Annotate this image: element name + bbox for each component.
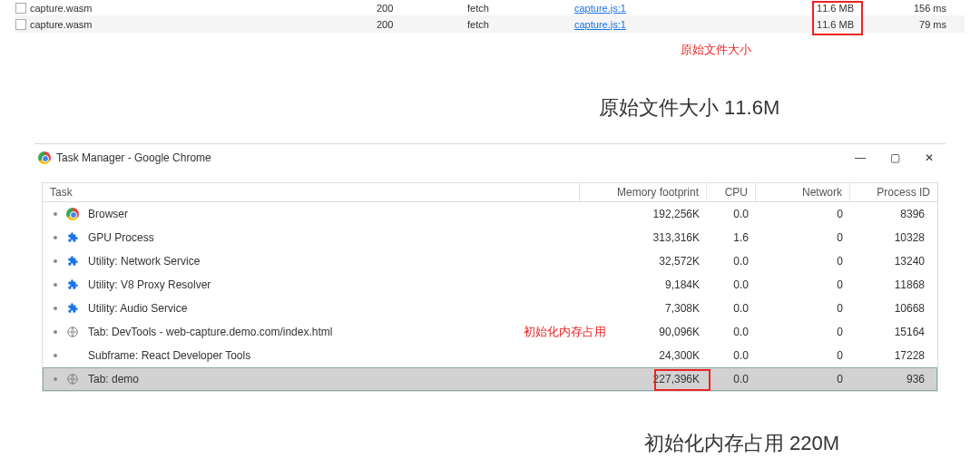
memory-cell: 24,300K bbox=[580, 349, 707, 362]
table-body: Browser192,256K0.008396GPU Process313,31… bbox=[42, 202, 938, 392]
caption-file-size: 原始文件大小 11.6M bbox=[599, 94, 980, 122]
task-name: Utility: Audio Service bbox=[88, 302, 187, 315]
table-row[interactable]: Utility: Network Service32,572K0.0013240 bbox=[43, 249, 937, 273]
window-title: Task Manager - Google Chrome bbox=[56, 151, 853, 164]
network-cell: 0 bbox=[756, 208, 850, 220]
column-process-id[interactable]: Process ID bbox=[850, 183, 937, 201]
network-type: fetch bbox=[467, 19, 574, 30]
network-row[interactable]: capture.wasm 200 fetch capture.js:1 11.6… bbox=[15, 16, 965, 33]
column-network[interactable]: Network bbox=[756, 183, 850, 201]
chrome-icon bbox=[66, 208, 79, 220]
network-cell: 0 bbox=[756, 231, 850, 244]
annotation-init-memory: 初始化内存占用 bbox=[524, 324, 606, 340]
initiator-link[interactable]: capture.js:1 bbox=[574, 19, 626, 30]
network-status: 200 bbox=[377, 3, 467, 14]
close-button[interactable]: ✕ bbox=[922, 151, 936, 164]
pid-cell: 10328 bbox=[850, 231, 937, 244]
network-cell: 0 bbox=[756, 302, 850, 315]
network-name-cell: capture.wasm bbox=[15, 3, 377, 14]
network-cell: 0 bbox=[756, 326, 850, 338]
task-cell: Tab: demo bbox=[43, 373, 580, 385]
cpu-cell: 0.0 bbox=[707, 302, 756, 315]
task-name: Utility: V8 Proxy Resolver bbox=[88, 278, 211, 291]
task-cell: Utility: Audio Service bbox=[43, 302, 580, 315]
table-row[interactable]: Tab: demo227,396K0.00936 bbox=[43, 367, 937, 391]
table-row[interactable]: Utility: V8 Proxy Resolver9,184K0.001186… bbox=[43, 273, 937, 297]
column-memory[interactable]: Memory footprint bbox=[580, 183, 707, 201]
network-type: fetch bbox=[467, 3, 574, 14]
chrome-icon bbox=[38, 151, 51, 164]
table-row[interactable]: Utility: Audio Service7,308K0.0010668 bbox=[43, 297, 937, 320]
memory-cell: 32,572K bbox=[580, 255, 707, 268]
task-name: Browser bbox=[88, 208, 128, 220]
highlight-box-icon bbox=[654, 369, 710, 391]
bullet-icon bbox=[54, 330, 57, 334]
table-header[interactable]: Task Memory footprint CPU Network Proces… bbox=[42, 182, 938, 202]
task-cell: Browser bbox=[43, 208, 580, 220]
puzzle-icon bbox=[66, 231, 79, 244]
table-row[interactable]: Subframe: React Developer Tools24,300K0.… bbox=[43, 344, 937, 367]
cpu-cell: 0.0 bbox=[707, 326, 756, 338]
memory-cell: 313,316K bbox=[580, 231, 707, 244]
memory-cell: 227,396K bbox=[580, 373, 707, 385]
network-size: 11.6 MB bbox=[796, 19, 861, 30]
pid-cell: 8396 bbox=[850, 208, 937, 220]
cpu-cell: 0.0 bbox=[707, 278, 756, 291]
minimize-button[interactable]: — bbox=[853, 151, 867, 164]
pid-cell: 15164 bbox=[850, 326, 937, 338]
window-titlebar[interactable]: Task Manager - Google Chrome — ▢ ✕ bbox=[34, 144, 946, 171]
none-icon bbox=[66, 349, 79, 362]
table-row[interactable]: Tab: DevTools - web-capture.demo.com/ind… bbox=[43, 320, 937, 344]
column-cpu[interactable]: CPU bbox=[707, 183, 756, 201]
memory-cell: 9,184K bbox=[580, 278, 707, 291]
network-cell: 0 bbox=[756, 373, 850, 385]
puzzle-icon bbox=[66, 302, 79, 315]
task-name: Subframe: React Developer Tools bbox=[88, 349, 250, 362]
task-cell: Subframe: React Developer Tools bbox=[43, 349, 580, 362]
network-initiator: capture.js:1 bbox=[574, 19, 796, 30]
checkbox-icon[interactable] bbox=[15, 3, 26, 14]
bullet-icon bbox=[54, 307, 57, 310]
task-cell: Utility: Network Service bbox=[43, 255, 580, 268]
network-cell: 0 bbox=[756, 349, 850, 362]
bullet-icon bbox=[54, 377, 57, 381]
maximize-button[interactable]: ▢ bbox=[887, 151, 902, 164]
table-row[interactable]: Browser192,256K0.008396 bbox=[43, 202, 937, 226]
bullet-icon bbox=[54, 236, 57, 239]
checkbox-icon[interactable] bbox=[15, 19, 26, 30]
network-status: 200 bbox=[377, 19, 467, 30]
task-name: GPU Process bbox=[88, 231, 154, 244]
pid-cell: 936 bbox=[850, 373, 937, 385]
table-row[interactable]: GPU Process313,316K1.6010328 bbox=[43, 226, 937, 249]
annotation-file-size: 原始文件大小 bbox=[681, 42, 980, 58]
globe-icon bbox=[66, 373, 79, 385]
network-file-name: capture.wasm bbox=[30, 19, 92, 30]
task-cell: GPU Process bbox=[43, 231, 580, 244]
network-size: 11.6 MB bbox=[796, 3, 861, 14]
puzzle-icon bbox=[66, 278, 79, 291]
globe-icon bbox=[66, 326, 79, 338]
task-manager-window: Task Manager - Google Chrome — ▢ ✕ Task … bbox=[34, 143, 946, 406]
memory-cell: 192,256K bbox=[580, 208, 707, 220]
bullet-icon bbox=[54, 212, 57, 216]
cpu-cell: 1.6 bbox=[707, 231, 756, 244]
network-file-name: capture.wasm bbox=[30, 3, 92, 14]
network-cell: 0 bbox=[756, 255, 850, 268]
bullet-icon bbox=[54, 259, 57, 263]
network-row[interactable]: capture.wasm 200 fetch capture.js:1 11.6… bbox=[15, 0, 965, 16]
network-initiator: capture.js:1 bbox=[574, 3, 796, 14]
network-name-cell: capture.wasm bbox=[15, 19, 377, 30]
initiator-link[interactable]: capture.js:1 bbox=[574, 3, 626, 14]
network-time: 156 ms bbox=[861, 3, 954, 14]
network-time: 79 ms bbox=[861, 19, 954, 30]
pid-cell: 11868 bbox=[850, 278, 937, 291]
network-cell: 0 bbox=[756, 278, 850, 291]
cpu-cell: 0.0 bbox=[707, 349, 756, 362]
task-name: Utility: Network Service bbox=[88, 255, 200, 268]
task-name: Tab: demo bbox=[88, 373, 139, 385]
bullet-icon bbox=[54, 283, 57, 287]
puzzle-icon bbox=[66, 255, 79, 268]
bullet-icon bbox=[54, 354, 57, 357]
pid-cell: 13240 bbox=[850, 255, 937, 268]
column-task[interactable]: Task bbox=[43, 183, 580, 201]
